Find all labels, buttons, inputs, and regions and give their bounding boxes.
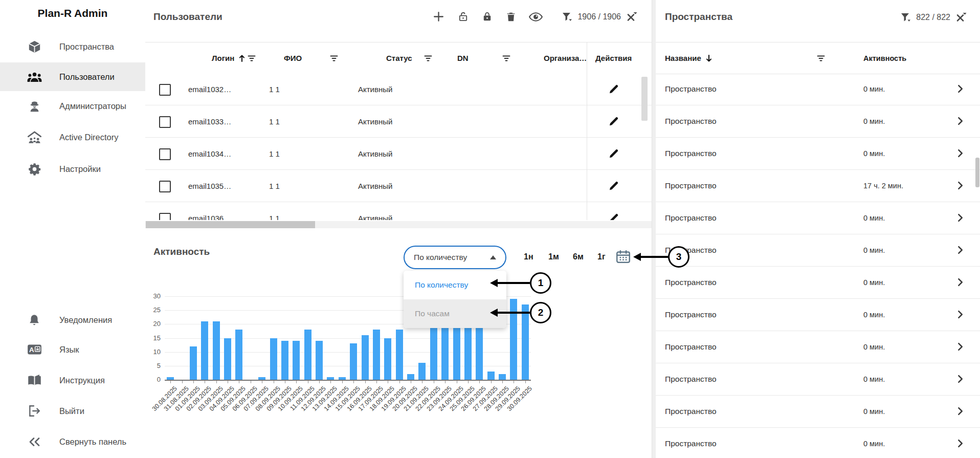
column-filter-status-icon[interactable] <box>424 42 432 74</box>
horizontal-scrollbar-thumb[interactable] <box>146 221 315 228</box>
chevron-right-icon[interactable] <box>957 84 963 93</box>
chevron-right-icon[interactable] <box>957 278 963 287</box>
chart-bar <box>373 330 380 380</box>
chevron-right-icon[interactable] <box>957 375 963 383</box>
fio-cell: 1 1 <box>269 73 280 105</box>
y-axis-label: 5 <box>145 362 161 369</box>
chevron-right-icon[interactable] <box>957 310 963 319</box>
clear-filter-icon[interactable] <box>955 12 967 23</box>
filter-icon[interactable] <box>562 12 572 21</box>
sidebar: Plan-R Admin Пространства Пользователи А… <box>0 0 146 458</box>
space-row[interactable]: Пространство0 мин. <box>656 331 980 363</box>
chevron-right-icon[interactable] <box>957 149 963 158</box>
user-row[interactable]: email1036…1 1Активный <box>145 202 652 220</box>
active-directory-icon <box>27 129 42 145</box>
x-axis-tick <box>388 381 388 383</box>
edit-button[interactable] <box>598 73 630 105</box>
edit-button[interactable] <box>598 202 630 220</box>
users-panel: Пользователи 1906 / 1906 Логин <box>145 0 652 233</box>
space-activity-cell: 0 мин. <box>863 105 885 137</box>
sidebar-item-label: Уведомления <box>59 315 112 325</box>
space-row[interactable]: Пространство0 мин. <box>656 363 980 396</box>
delete-icon[interactable] <box>505 11 517 23</box>
horizontal-scrollbar-track[interactable] <box>145 221 652 228</box>
chart-bar <box>293 341 300 380</box>
space-row[interactable]: Пространство0 мин. <box>656 267 980 299</box>
column-filter-name-icon[interactable] <box>817 42 825 74</box>
space-row[interactable]: Пространство17 ч. 2 мин. <box>656 170 980 202</box>
spaces-filter-group: 822 / 822 <box>901 12 967 23</box>
bell-icon <box>27 312 42 328</box>
y-axis-label: 0 <box>145 376 161 383</box>
app-title: Plan-R Admin <box>0 7 145 19</box>
space-row[interactable]: Пространство0 мин. <box>656 138 980 170</box>
admin-icon <box>27 98 42 114</box>
sidebar-item-active-directory[interactable]: Active Directory <box>0 123 145 151</box>
row-checkbox[interactable] <box>159 116 171 128</box>
row-checkbox[interactable] <box>159 213 171 220</box>
user-row[interactable]: email1034…1 1Активный <box>145 138 652 170</box>
space-row[interactable]: Пространство0 мин. <box>656 234 980 267</box>
fio-cell: 1 1 <box>269 202 280 220</box>
sidebar-item-manual[interactable]: Инструкция <box>0 366 145 395</box>
space-row[interactable]: Пространство0 мин. <box>656 105 980 138</box>
users-vertical-scrollbar-thumb[interactable] <box>641 77 648 121</box>
x-axis-tick <box>296 381 297 383</box>
sidebar-item-label: Администраторы <box>59 101 126 111</box>
chart-bar <box>213 321 220 380</box>
sidebar-item-admins[interactable]: Администраторы <box>0 92 145 120</box>
sidebar-item-label: Настройки <box>59 164 101 174</box>
sidebar-item-settings[interactable]: Настройки <box>0 155 145 183</box>
user-row[interactable]: email1032…1 1Активный <box>145 73 652 105</box>
edit-button[interactable] <box>598 170 630 202</box>
column-filter-fio-icon[interactable] <box>330 42 338 74</box>
unlock-icon[interactable] <box>457 11 469 23</box>
status-cell: Активный <box>358 170 392 202</box>
sidebar-item-logout[interactable]: Выйти <box>0 397 145 425</box>
chevron-right-icon[interactable] <box>957 246 963 254</box>
view-icon[interactable] <box>529 12 543 22</box>
row-checkbox[interactable] <box>159 148 171 160</box>
filter-icon[interactable] <box>901 13 911 22</box>
sidebar-item-users[interactable]: Пользователи <box>0 62 145 91</box>
space-row[interactable]: Пространство0 мин. <box>656 299 980 331</box>
space-row[interactable]: Пространство0 мин. <box>656 396 980 428</box>
chevron-right-icon[interactable] <box>957 213 963 222</box>
lock-icon[interactable] <box>481 11 493 23</box>
spaces-vertical-scrollbar-thumb[interactable] <box>975 158 979 187</box>
column-filter-login-icon[interactable] <box>248 42 256 74</box>
edit-button[interactable] <box>598 138 630 169</box>
row-checkbox[interactable] <box>159 84 171 96</box>
space-row[interactable]: Пространство0 мин. <box>656 202 980 234</box>
add-user-button[interactable] <box>432 10 445 23</box>
row-checkbox[interactable] <box>159 181 171 192</box>
x-axis-tick <box>228 381 228 383</box>
user-row[interactable]: email1033…1 1Активный <box>145 105 652 138</box>
sidebar-item-label: Active Directory <box>59 133 119 142</box>
x-axis-tick <box>251 381 251 383</box>
chevron-right-icon[interactable] <box>957 342 963 351</box>
sidebar-item-spaces[interactable]: Пространства <box>0 32 145 61</box>
column-header-name[interactable]: Название <box>665 42 712 74</box>
x-axis-tick <box>479 381 480 383</box>
sidebar-item-language[interactable]: A Язык <box>0 335 145 364</box>
space-row[interactable]: Пространство0 мин. <box>656 428 980 458</box>
column-header-login[interactable]: Логин <box>212 42 246 74</box>
activity-chart: 05101520253030.08.202531.08.202501.09.20… <box>145 233 652 458</box>
edit-button[interactable] <box>598 105 630 137</box>
activity-mode-dropdown[interactable]: По количеству <box>404 246 506 269</box>
user-row[interactable]: email1035…1 1Активный <box>145 170 652 202</box>
status-cell: Активный <box>358 105 392 137</box>
x-axis-tick <box>330 381 331 383</box>
space-row[interactable]: Пространство0 мин. <box>656 73 980 105</box>
chevron-right-icon[interactable] <box>957 117 963 125</box>
x-axis-tick <box>342 381 343 383</box>
clear-filter-icon[interactable] <box>626 12 637 22</box>
chevron-right-icon[interactable] <box>957 181 963 190</box>
actions-column-divider <box>587 42 587 220</box>
chevron-right-icon[interactable] <box>957 407 963 416</box>
sidebar-item-collapse-panel[interactable]: Свернуть панель <box>0 427 145 456</box>
sidebar-item-notifications[interactable]: Уведомления <box>0 306 145 334</box>
column-filter-dn-icon[interactable] <box>502 42 510 74</box>
chevron-right-icon[interactable] <box>957 439 963 448</box>
